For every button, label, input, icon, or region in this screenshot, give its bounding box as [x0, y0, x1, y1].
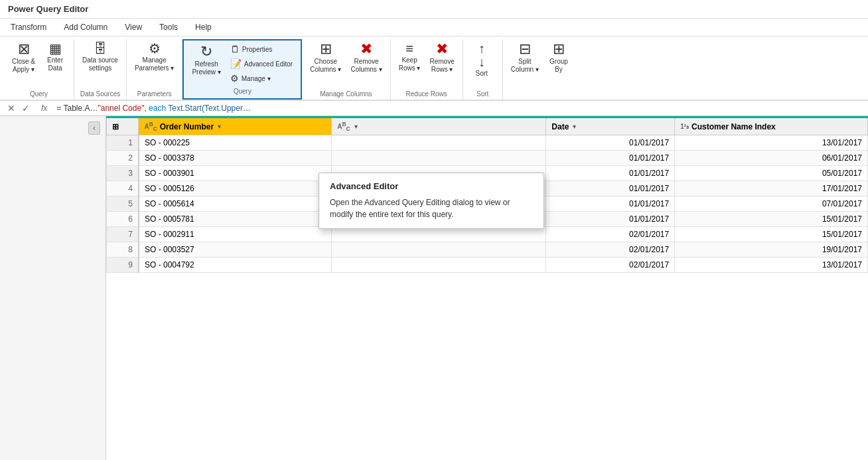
manage-parameters-icon: ⚙ — [149, 42, 161, 55]
menu-help[interactable]: Help — [192, 21, 214, 33]
datasource-settings-label: Data sourcesettings — [82, 56, 118, 72]
properties-button[interactable]: 🗒 Properties — [226, 42, 277, 56]
menu-bar: Transform Add Column View Tools Help — [0, 19, 868, 37]
order-number-5: SO - 0005614 — [139, 196, 332, 212]
group-sort: ↑↓ Sort Sort — [463, 39, 503, 100]
sidebar: ‹ — [0, 116, 106, 460]
manage-icon: ⚙ — [230, 73, 239, 84]
formula-text: = Table.A…"annel Code", each Text.Start(… — [56, 104, 863, 113]
grid-icon: ⊞ — [112, 122, 119, 131]
refresh-preview-icon: ↻ — [200, 44, 212, 59]
menu-tools[interactable]: Tools — [157, 21, 181, 33]
group-by-icon: ⊞ — [553, 42, 565, 56]
row-num-3: 3 — [107, 166, 139, 181]
group-by-button[interactable]: ⊞ GroupBy — [544, 39, 573, 76]
enter-data-label: EnterData — [47, 56, 63, 72]
split-column-label: SplitColumn ▾ — [511, 58, 539, 74]
manage-row: ⚙ Manage ▾ — [226, 71, 297, 86]
order-number-9: SO - 0004792 — [139, 258, 332, 273]
manage-parameters-button[interactable]: ⚙ ManageParameters ▾ — [131, 39, 178, 75]
refresh-preview-button[interactable]: ↻ RefreshPreview ▾ — [188, 42, 224, 79]
order-number-3: SO - 0003901 — [139, 166, 332, 181]
enter-data-button[interactable]: ▦ EnterData — [40, 39, 70, 75]
order-number-label: Order Number — [160, 122, 214, 131]
group-close-apply-items: ⊠ Close &Apply ▾ ▦ EnterData — [8, 39, 70, 88]
group-transform-label — [507, 96, 573, 100]
enter-data-icon: ▦ — [49, 42, 62, 55]
table-header: ⊞ ABC Order Number ▾ ABC — [107, 117, 868, 135]
keep-rows-icon: ≡ — [405, 42, 413, 55]
remove-rows-label: RemoveRows ▾ — [429, 58, 454, 74]
menu-transform[interactable]: Transform — [8, 21, 49, 33]
group-parameters-label: Parameters — [131, 88, 178, 100]
choose-columns-button[interactable]: ⊞ ChooseColumns ▾ — [306, 39, 345, 76]
group-manage-columns-items: ⊞ ChooseColumns ▾ ✖ RemoveColumns ▾ — [306, 39, 386, 88]
split-column-button[interactable]: ⊟ SplitColumn ▾ — [507, 39, 543, 76]
formula-cancel-button[interactable]: ✕ — [5, 103, 17, 114]
remove-columns-button[interactable]: ✖ RemoveColumns ▾ — [346, 39, 386, 76]
advanced-editor-button[interactable]: 📝 Advanced Editor — [226, 56, 297, 71]
manage-label: Manage ▾ — [242, 75, 271, 82]
order-number-header[interactable]: ABC Order Number ▾ — [139, 117, 332, 135]
sidebar-collapse: ‹ — [0, 121, 106, 140]
date1-8: 02/01/2017 — [546, 242, 675, 258]
ribbon: ⊠ Close &Apply ▾ ▦ EnterData Query 🗄 Dat… — [0, 37, 868, 101]
manage-button[interactable]: ⚙ Manage ▾ — [226, 71, 275, 86]
order-number-filter-button[interactable]: ▾ — [218, 123, 221, 130]
col2-filter-button[interactable]: ▾ — [354, 123, 358, 130]
table-row: 8 SO - 0003527 02/01/2017 19/01/2017 — [107, 242, 868, 258]
table-row: 7 SO - 0002911 02/01/2017 15/01/2017 — [107, 227, 868, 242]
table-row: 2 SO - 0003378 01/01/2017 06/01/2017 — [107, 151, 868, 166]
date-label: Date — [551, 122, 569, 131]
group-query-label: Query — [188, 86, 297, 97]
order-number-8: SO - 0003527 — [139, 242, 332, 258]
query-sub-items: 🗒 Properties 📝 Advanced Editor ⚙ — [226, 42, 297, 86]
split-column-icon: ⊟ — [519, 42, 531, 56]
date-filter-button[interactable]: ▾ — [573, 123, 576, 130]
tooltip-title: Advanced Editor — [330, 181, 533, 191]
group-close-apply: ⊠ Close &Apply ▾ ▦ EnterData Query — [4, 39, 74, 100]
group-transform-items: ⊟ SplitColumn ▾ ⊞ GroupBy — [507, 39, 573, 96]
date2-2: 06/01/2017 — [675, 151, 868, 166]
date1-7: 02/01/2017 — [546, 227, 675, 242]
sort-az-button[interactable]: ↑↓ Sort — [467, 39, 496, 80]
date1-9: 02/01/2017 — [546, 258, 675, 273]
remove-columns-label: RemoveColumns ▾ — [350, 58, 382, 74]
data-area[interactable]: ⊞ ABC Order Number ▾ ABC — [106, 116, 868, 460]
remove-rows-icon: ✖ — [436, 42, 448, 56]
date-header[interactable]: Date ▾ — [546, 117, 675, 135]
menu-view[interactable]: View — [122, 21, 145, 33]
properties-label: Properties — [242, 46, 273, 53]
advanced-editor-tooltip: Advanced Editor Open the Advanced Query … — [319, 173, 544, 229]
sort-az-icon: ↑↓ — [478, 42, 485, 68]
group-sort-label: Sort — [467, 88, 498, 100]
datasource-settings-button[interactable]: 🗄 Data sourcesettings — [78, 39, 122, 75]
adv-editor-row: 📝 Advanced Editor — [226, 56, 297, 71]
group-manage-columns: ⊞ ChooseColumns ▾ ✖ RemoveColumns ▾ Mana… — [302, 39, 391, 100]
datasource-settings-icon: 🗄 — [94, 42, 107, 55]
formula-confirm-button[interactable]: ✓ — [20, 103, 32, 114]
menu-add-column[interactable]: Add Column — [61, 21, 110, 33]
group-manage-columns-label: Manage Columns — [306, 88, 386, 100]
group-close-apply-label: Query — [8, 88, 70, 100]
main-area: ‹ ⊞ ABC Order Number ▾ — [0, 116, 868, 460]
collapse-sidebar-button[interactable]: ‹ — [88, 121, 100, 135]
keep-rows-button[interactable]: ≡ KeepRows ▾ — [395, 39, 425, 75]
remove-rows-button[interactable]: ✖ RemoveRows ▾ — [425, 39, 458, 76]
table-row: 1 SO - 000225 01/01/2017 13/01/2017 — [107, 135, 868, 151]
date2-9: 13/01/2017 — [675, 258, 868, 273]
date2-6: 15/01/2017 — [675, 212, 868, 227]
order-number-4: SO - 0005126 — [139, 181, 332, 196]
refresh-preview-label: RefreshPreview ▾ — [192, 60, 220, 76]
col2-header[interactable]: ABC ▾ — [332, 117, 546, 135]
date2-5: 07/01/2017 — [675, 196, 868, 212]
row-num-5: 5 — [107, 196, 139, 212]
formula-bar: ✕ ✓ fx = Table.A…"annel Code", each Text… — [0, 101, 868, 116]
col2-header-inner: ABC ▾ — [337, 121, 540, 132]
customer-name-index-label: Customer Name Index — [691, 122, 776, 131]
close-apply-label: Close &Apply ▾ — [12, 58, 35, 74]
close-apply-button[interactable]: ⊠ Close &Apply ▾ — [8, 39, 39, 76]
date1-6: 01/01/2017 — [546, 212, 675, 227]
customer-name-index-header[interactable]: 1²₃ Customer Name Index — [675, 117, 868, 135]
formula-actions: ✕ ✓ — [5, 103, 32, 114]
